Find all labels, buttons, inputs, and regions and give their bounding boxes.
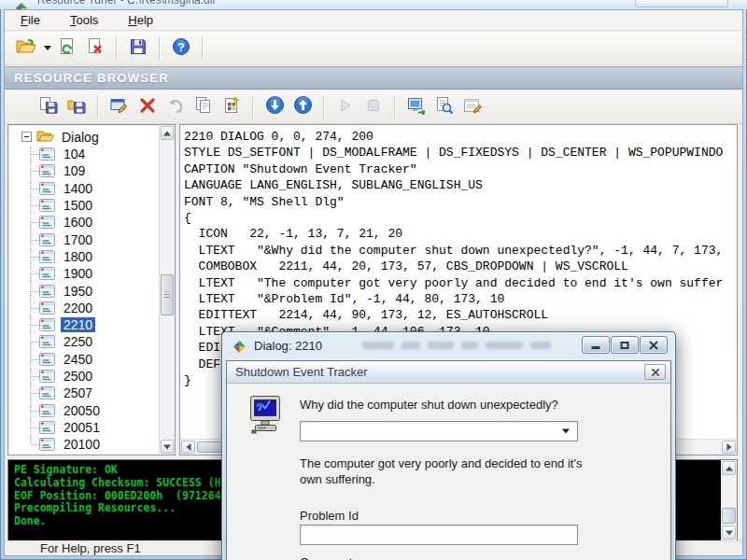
scrollbar-thumb[interactable] [161, 274, 174, 315]
menu-item[interactable]: Tools [63, 11, 105, 29]
arrow-right-icon [726, 443, 731, 451]
play-button[interactable] [331, 94, 359, 120]
dialog-resource-icon [39, 404, 55, 417]
preview-content: Shutdown Event Tracker [226, 360, 671, 560]
dialog-resource-icon [39, 386, 55, 399]
copy-resource-button[interactable] [190, 94, 218, 120]
dialog-preview-window[interactable]: Dialog: 2210 Shutdown Event Tracker [221, 331, 676, 560]
window-caption-buttons[interactable] [635, 0, 728, 7]
problem-id-input[interactable] [300, 525, 578, 545]
edit-resource-icon [110, 96, 129, 119]
scroll-left-button[interactable] [181, 441, 195, 454]
menu-item[interactable]: Help [121, 11, 160, 29]
toolbar-separator [159, 37, 161, 60]
tree-item-label: 20100 [61, 437, 103, 452]
preview-dialog-icon [407, 96, 427, 119]
preview-titlebar[interactable]: Dialog: 2210 [222, 332, 675, 360]
tree-item-dialog-resource[interactable]: 2450 [8, 351, 159, 368]
toolbar-separator [97, 96, 99, 119]
scroll-right-button[interactable] [722, 441, 736, 454]
tree-item-dialog-resource[interactable]: 1600 [8, 214, 159, 231]
dialog-close-button[interactable] [644, 364, 666, 380]
glass-reflection [428, 342, 454, 349]
dialog-resource-icon [39, 421, 55, 434]
arrow-down-icon [163, 444, 171, 449]
scroll-down-button[interactable] [722, 525, 736, 539]
open-file-button[interactable] [12, 35, 40, 62]
open-file-dropdown[interactable] [40, 35, 53, 62]
shutdown-event-tracker-dialog: Shutdown Event Tracker [226, 360, 671, 560]
view-as-text-button[interactable] [430, 94, 458, 120]
tree-item-dialog-resource[interactable]: 20050 [8, 401, 159, 418]
arrow-up-icon [163, 131, 171, 135]
tree-item-dialog-resource[interactable]: 109 [8, 162, 159, 179]
menu-item[interactable]: File [14, 11, 47, 29]
delete-resource-button[interactable] [134, 94, 162, 120]
dialog-resource-icon [39, 164, 55, 177]
help-icon: ? [172, 37, 190, 60]
tree-item-dialog-resource[interactable]: 20051 [8, 419, 159, 436]
edit-resource-button[interactable] [106, 94, 134, 120]
close-button[interactable] [640, 336, 668, 354]
tree-item-dialog-resource[interactable]: 2200 [8, 300, 159, 316]
save-resource-button[interactable] [35, 94, 63, 120]
stop-button[interactable] [359, 94, 388, 120]
help-button[interactable]: ? [167, 35, 195, 62]
delete-resource-icon [139, 97, 156, 118]
app-logo-icon [15, 2, 28, 9]
statusbar-text: For Help, press F1 [40, 541, 141, 555]
resource-tree: Dialog 104 109 1400 [8, 125, 159, 455]
glass-reflection [461, 342, 478, 349]
maximize-button[interactable] [611, 336, 639, 354]
dialog-resource-icon [39, 250, 55, 263]
save-file-button[interactable] [124, 35, 152, 62]
combobox-dropdown-arrow-icon[interactable] [558, 422, 573, 441]
tree-item-dialog-resource[interactable]: 1500 [8, 197, 159, 214]
add-resource-icon [222, 96, 241, 119]
console-vertical-scrollbar[interactable] [721, 460, 737, 540]
scroll-down-button[interactable] [161, 440, 174, 454]
tree-item-dialog-resource[interactable]: 1900 [8, 265, 159, 282]
resource-tree-panel[interactable]: Dialog 104 109 1400 [7, 124, 176, 455]
collapse-expander-icon[interactable] [21, 132, 32, 142]
tree-item-dialog-resource[interactable]: 2500 [8, 368, 159, 385]
previous-resource-button[interactable] [261, 94, 289, 120]
dialog-resource-icon [39, 370, 55, 383]
tree-item-dialog-resource[interactable]: 2507 [8, 385, 159, 401]
tree-vertical-scrollbar[interactable] [159, 125, 175, 455]
tree-item-dialog-resource[interactable]: 20100 [8, 436, 159, 453]
resource-properties-button[interactable] [458, 94, 486, 120]
tree-item-label: 20051 [61, 420, 103, 435]
undo-icon [166, 97, 185, 118]
tree-item-label: 1900 [61, 266, 95, 281]
tree-item-dialog-resource[interactable]: 1700 [8, 231, 159, 247]
tree-item-label: 1950 [61, 284, 95, 299]
tree-item-label: 20050 [61, 403, 103, 418]
dialog-caption[interactable]: Shutdown Event Tracker [227, 361, 670, 384]
add-resource-button[interactable] [218, 94, 246, 120]
stop-icon [366, 98, 381, 117]
tree-item-dialog-resource[interactable]: 2210 [8, 316, 159, 333]
tree-item-dialog-resource[interactable]: 1800 [8, 248, 159, 265]
close-file-button[interactable] [81, 35, 109, 62]
tree-item-list: 104 109 1400 1500 1600 [8, 146, 159, 453]
scroll-up-button[interactable] [161, 126, 174, 140]
reload-file-button[interactable] [53, 35, 81, 62]
undo-button[interactable] [162, 94, 190, 120]
save-all-resources-button[interactable] [63, 94, 91, 120]
window-titlebar[interactable]: Resource Tuner - C:\Res\msgina.dll [0, 0, 747, 9]
tree-item-label: 104 [61, 147, 88, 161]
reason-combobox[interactable] [300, 421, 578, 441]
preview-dialog-button[interactable] [402, 94, 430, 120]
tree-item-label: 1600 [61, 215, 95, 230]
minimize-button[interactable] [582, 336, 610, 354]
next-resource-button[interactable] [289, 94, 317, 120]
tree-root-dialog[interactable]: Dialog [8, 128, 159, 146]
scrollbar-thumb[interactable] [722, 508, 736, 524]
tree-item-dialog-resource[interactable]: 2250 [8, 333, 159, 350]
next-resource-icon [293, 95, 313, 119]
tree-item-dialog-resource[interactable]: 1400 [8, 180, 159, 197]
scroll-up-button[interactable] [722, 461, 736, 475]
tree-item-dialog-resource[interactable]: 104 [8, 146, 159, 162]
tree-item-dialog-resource[interactable]: 1950 [8, 282, 159, 299]
